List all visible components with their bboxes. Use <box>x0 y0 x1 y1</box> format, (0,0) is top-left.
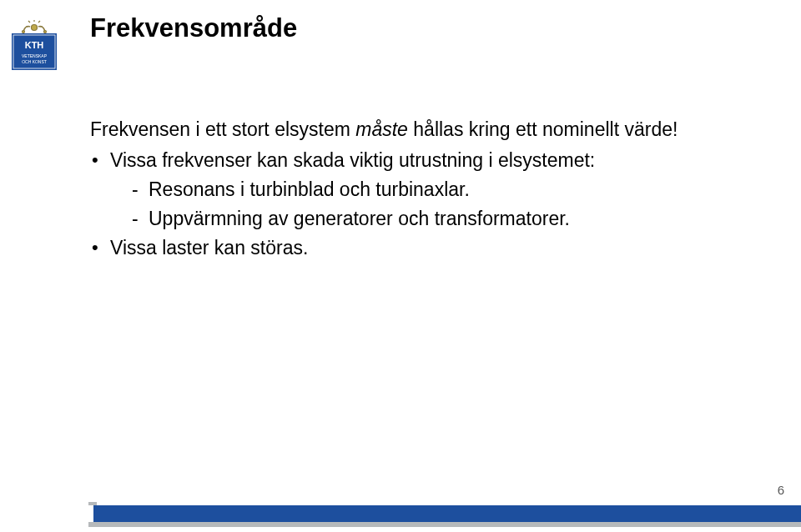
footer-blue-stripe <box>93 505 801 524</box>
sub-list: Resonans i turbinblad och turbinaxlar. U… <box>110 177 724 232</box>
svg-text:OCH KONST: OCH KONST <box>22 59 47 64</box>
intro-part1: Frekvensen i ett stort elsystem <box>90 118 355 140</box>
svg-point-7 <box>44 31 47 33</box>
intro-emph: måste <box>355 118 408 140</box>
list-item: Vissa frekvenser kan skada viktig utrust… <box>90 148 724 232</box>
content-area: Frekvensen i ett stort elsystem måste hå… <box>90 117 724 264</box>
svg-point-5 <box>32 25 38 31</box>
footer-grey-stripe <box>88 522 801 527</box>
page-title: Frekvensområde <box>90 13 297 43</box>
list-item: Uppvärmning av generatorer och transform… <box>130 206 724 232</box>
slide: KTH VETENSKAP OCH KONST Frekvensområde F… <box>0 0 801 532</box>
intro-text: Frekvensen i ett stort elsystem måste hå… <box>90 117 724 143</box>
sub-item-text: Resonans i turbinblad och turbinaxlar. <box>149 178 470 200</box>
footer-bar <box>0 492 801 532</box>
bullet-list: Vissa frekvenser kan skada viktig utrust… <box>90 148 724 261</box>
list-item: Vissa laster kan störas. <box>90 235 724 261</box>
svg-text:KTH: KTH <box>25 40 44 50</box>
list-item-text: Vissa laster kan störas. <box>110 237 308 258</box>
list-item: Resonans i turbinblad och turbinaxlar. <box>130 177 724 203</box>
list-item-text: Vissa frekvenser kan skada viktig utrust… <box>110 149 595 171</box>
intro-part2: hållas kring ett nominellt värde! <box>408 118 678 140</box>
svg-point-6 <box>23 31 25 33</box>
svg-rect-0 <box>12 33 57 70</box>
kth-logo: KTH VETENSKAP OCH KONST <box>12 20 57 70</box>
svg-text:VETENSKAP: VETENSKAP <box>22 53 48 58</box>
sub-item-text: Uppvärmning av generatorer och transform… <box>149 208 570 229</box>
